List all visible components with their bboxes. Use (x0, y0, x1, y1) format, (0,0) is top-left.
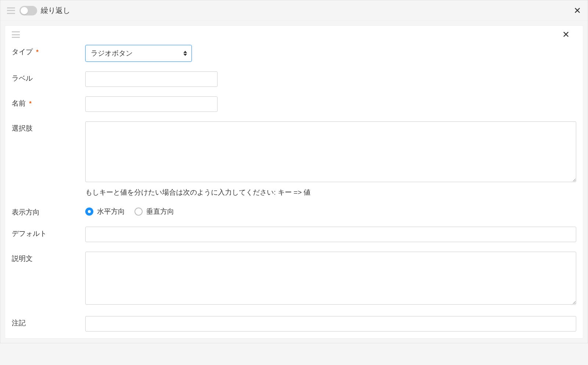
name-input[interactable] (85, 96, 218, 112)
outer-header: 繰り返し ✕ (0, 0, 588, 21)
drag-handle-icon[interactable] (12, 31, 20, 38)
row-description: 説明文 (12, 252, 576, 306)
row-type: タイプ * ラジオボタン (12, 45, 576, 62)
label-control (85, 71, 576, 87)
drag-handle-icon[interactable] (7, 7, 15, 14)
choices-textarea[interactable] (85, 121, 576, 182)
type-control: ラジオボタン (85, 45, 576, 62)
repeat-label: 繰り返し (41, 6, 70, 15)
note-input[interactable] (85, 316, 576, 332)
description-control (85, 252, 576, 306)
type-select[interactable]: ラジオボタン (85, 45, 192, 62)
inner-header: ✕ (12, 31, 576, 38)
name-label-wrap: 名前 * (12, 96, 85, 108)
direction-control: 水平方向 垂直方向 (85, 207, 576, 216)
note-control (85, 316, 576, 332)
direction-vertical-label: 垂直方向 (146, 207, 174, 216)
radio-selected-icon (85, 208, 93, 216)
close-icon[interactable]: ✕ (562, 30, 570, 39)
toggle-knob (21, 7, 28, 14)
type-label-wrap: タイプ * (12, 45, 85, 57)
radio-unselected-icon (135, 208, 143, 216)
direction-label: 表示方向 (12, 207, 85, 217)
close-icon[interactable]: ✕ (574, 6, 581, 15)
row-default: デフォルト (12, 227, 576, 242)
name-control (85, 96, 576, 112)
row-choices: 選択肢 もしキーと値を分けたい場合は次のように入力してください: キー => 値 (12, 121, 576, 197)
type-label: タイプ (12, 48, 33, 56)
choices-help-text: もしキーと値を分けたい場合は次のように入力してください: キー => 値 (85, 188, 576, 197)
default-control (85, 227, 576, 242)
label-label: ラベル (12, 71, 85, 83)
direction-radio-group: 水平方向 垂直方向 (85, 207, 576, 216)
required-asterisk: * (29, 100, 32, 107)
select-arrows-icon (183, 51, 187, 56)
row-direction: 表示方向 水平方向 垂直方向 (12, 207, 576, 217)
description-textarea[interactable] (85, 252, 576, 305)
direction-horizontal-label: 水平方向 (97, 207, 125, 216)
default-input[interactable] (85, 227, 576, 242)
label-input[interactable] (85, 71, 218, 87)
note-label: 注記 (12, 316, 85, 328)
direction-radio-vertical[interactable]: 垂直方向 (135, 207, 174, 216)
row-name: 名前 * (12, 96, 576, 112)
required-asterisk: * (36, 49, 39, 56)
description-label: 説明文 (12, 252, 85, 263)
choices-control: もしキーと値を分けたい場合は次のように入力してください: キー => 値 (85, 121, 576, 197)
outer-panel: 繰り返し ✕ ✕ タイプ * ラジオボタン (0, 0, 588, 343)
default-label: デフォルト (12, 227, 85, 238)
direction-radio-horizontal[interactable]: 水平方向 (85, 207, 125, 216)
row-note: 注記 (12, 316, 576, 332)
repeat-toggle[interactable] (19, 6, 37, 15)
type-selected-value: ラジオボタン (91, 49, 133, 58)
choices-label: 選択肢 (12, 121, 85, 133)
inner-panel: ✕ タイプ * ラジオボタン ラベル (5, 25, 583, 339)
row-label: ラベル (12, 71, 576, 87)
name-label: 名前 (12, 99, 26, 107)
